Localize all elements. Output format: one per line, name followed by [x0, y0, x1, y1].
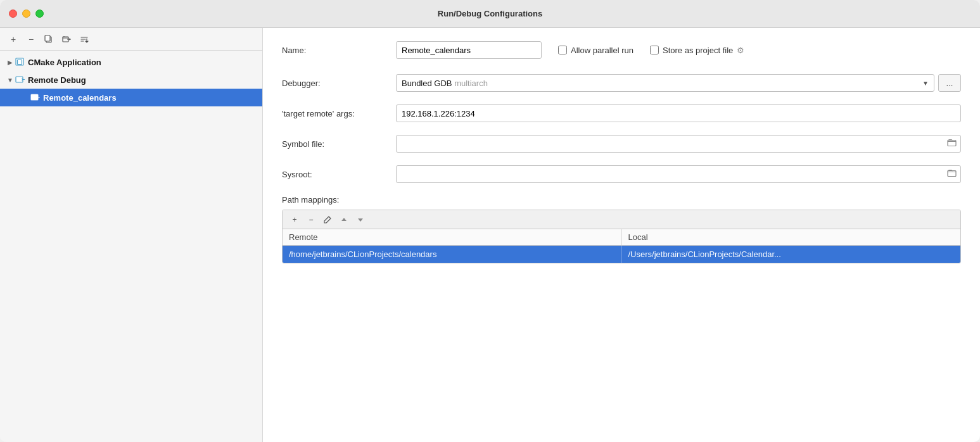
name-row: Name: Allow parallel run Store as projec… — [282, 41, 961, 60]
debugger-value: Bundled GDB multiarch — [402, 79, 488, 88]
gear-icon[interactable]: ⚙ — [737, 46, 744, 55]
sysroot-input-wrapper — [396, 165, 961, 183]
edit-icon — [323, 215, 332, 224]
maximize-button[interactable] — [35, 9, 44, 18]
move-config-button[interactable] — [60, 32, 73, 46]
tree-arrow-remote: ▼ — [5, 75, 15, 85]
tree-arrow-cmake: ▶ — [5, 57, 15, 67]
remote-calendars-icon — [30, 93, 41, 102]
copy-config-button[interactable] — [42, 32, 56, 46]
target-remote-label: 'target remote' args: — [282, 109, 396, 118]
right-panel: Name: Allow parallel run Store as projec… — [263, 28, 980, 442]
remote-debug-label: Remote Debug — [28, 75, 86, 85]
sidebar: + − — [0, 28, 263, 442]
symbol-file-row: Symbol file: — [282, 134, 961, 153]
pm-remove-button[interactable]: − — [304, 213, 318, 226]
minimize-button[interactable] — [22, 9, 30, 18]
target-remote-input[interactable] — [396, 104, 961, 122]
pm-cell-local: /Users/jetbrains/CLionProjects/Calendar.… — [622, 246, 961, 263]
sysroot-row: Sysroot: — [282, 165, 961, 184]
name-input[interactable] — [396, 41, 542, 59]
add-config-button[interactable]: + — [6, 32, 20, 46]
table-row[interactable]: /home/jetbrains/CLionProjects/calendars … — [283, 246, 960, 263]
debugger-select[interactable]: Bundled GDB multiarch ▼ — [396, 74, 934, 92]
pm-col-local: Local — [622, 229, 961, 245]
symbol-file-input[interactable] — [396, 135, 961, 153]
window: Run/Debug Configurations + − — [0, 0, 980, 442]
sidebar-item-remote-calendars[interactable]: Remote_calendars — [0, 89, 262, 106]
name-label: Name: — [282, 46, 396, 55]
folder-move-icon — [62, 35, 71, 44]
allow-parallel-group: Allow parallel run — [558, 46, 633, 55]
remote-calendars-label: Remote_calendars — [43, 93, 117, 103]
main-area: + − — [0, 28, 980, 442]
path-mappings-section: Path mappings: + − — [282, 195, 961, 263]
move-down-icon — [357, 216, 364, 224]
debugger-dropdown-arrow: ▼ — [922, 80, 929, 87]
sort-icon — [80, 35, 89, 44]
path-mappings-toolbar: + − — [283, 210, 960, 229]
debugger-label: Debugger: — [282, 79, 396, 88]
target-remote-row: 'target remote' args: — [282, 104, 961, 123]
sidebar-item-remote-debug[interactable]: ▼ Remote Debug — [0, 71, 262, 89]
copy-icon — [44, 35, 53, 44]
symbol-file-label: Symbol file: — [282, 139, 396, 149]
debugger-more-button[interactable]: ... — [938, 74, 961, 92]
pm-cell-remote: /home/jetbrains/CLionProjects/calendars — [283, 246, 622, 263]
svg-rect-8 — [948, 171, 956, 177]
svg-rect-5 — [16, 77, 23, 82]
debugger-select-wrapper: Bundled GDB multiarch ▼ ... — [396, 74, 961, 92]
move-up-icon — [340, 216, 348, 224]
sysroot-label: Sysroot: — [282, 170, 396, 179]
symbol-file-browse-icon[interactable] — [947, 139, 957, 149]
store-as-project-group: Store as project file ⚙ — [650, 46, 744, 55]
window-title: Run/Debug Configurations — [438, 9, 542, 18]
path-mappings-container: + − — [282, 210, 961, 263]
path-mappings-label: Path mappings: — [282, 195, 961, 205]
svg-rect-7 — [948, 141, 956, 146]
allow-parallel-checkbox[interactable] — [558, 46, 567, 54]
cmake-icon — [15, 58, 25, 66]
sysroot-input[interactable] — [396, 165, 961, 183]
cmake-application-label: CMake Application — [28, 58, 101, 67]
pm-edit-button[interactable] — [321, 213, 334, 226]
debugger-row: Debugger: Bundled GDB multiarch ▼ ... — [282, 73, 961, 92]
name-control-group: Allow parallel run Store as project file… — [396, 41, 961, 59]
allow-parallel-label: Allow parallel run — [571, 46, 633, 55]
sidebar-item-cmake-application[interactable]: ▶ CMake Application — [0, 53, 262, 71]
store-as-project-label: Store as project file — [663, 46, 733, 55]
svg-rect-6 — [31, 94, 38, 100]
pm-move-up-button[interactable] — [337, 213, 351, 226]
sysroot-browse-icon[interactable] — [947, 169, 957, 180]
symbol-file-input-wrapper — [396, 135, 961, 153]
pm-col-remote: Remote — [283, 229, 622, 245]
path-mappings-header: Remote Local — [283, 229, 960, 246]
remove-config-button[interactable]: − — [24, 32, 38, 46]
tree-arrow-calendars — [20, 92, 30, 103]
pm-add-button[interactable]: + — [288, 213, 302, 226]
sort-button[interactable] — [77, 32, 91, 46]
sidebar-tree: ▶ CMake Application ▼ — [0, 51, 262, 442]
traffic-lights — [9, 9, 44, 18]
store-as-project-checkbox[interactable] — [650, 46, 659, 54]
debugger-suffix: multiarch — [454, 79, 488, 88]
pm-move-down-button[interactable] — [353, 213, 367, 226]
svg-rect-1 — [45, 35, 50, 41]
close-button[interactable] — [9, 9, 17, 18]
sidebar-toolbar: + − — [0, 28, 262, 51]
remote-debug-icon — [15, 75, 25, 84]
titlebar: Run/Debug Configurations — [0, 0, 980, 28]
path-mappings-table: Remote Local /home/jetbrains/CLionProjec… — [283, 229, 960, 263]
